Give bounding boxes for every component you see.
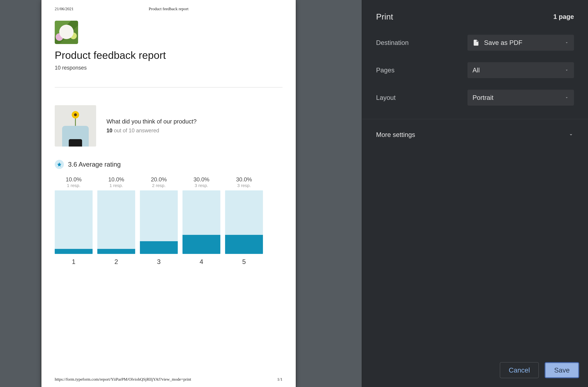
- more-settings-label: More settings: [376, 131, 415, 138]
- bar-resp-count: 1 resp.: [66, 183, 82, 188]
- question-text: What did you think of our product?: [106, 118, 197, 125]
- responses-count: 10 responses: [55, 65, 282, 71]
- chevron-down-icon: [568, 132, 574, 138]
- destination-select[interactable]: Save as PDF: [467, 35, 574, 51]
- destination-label: Destination: [376, 39, 409, 46]
- layout-value: Portrait: [472, 94, 494, 101]
- bar-percent: 20.0%: [151, 176, 167, 183]
- bar-label: 4: [200, 258, 203, 265]
- more-settings-toggle[interactable]: More settings: [362, 119, 588, 150]
- chevron-down-icon: [565, 94, 569, 101]
- bar-col: 10.0%1 resp.2: [97, 176, 135, 265]
- answered-rest: out of 10 answered: [112, 127, 159, 134]
- chevron-down-icon: [565, 66, 569, 74]
- page-header: 21/06/2021 Product feedback report: [42, 6, 296, 11]
- bar-label: 2: [114, 258, 118, 265]
- bar-track: [140, 190, 178, 254]
- bar-fill: [97, 249, 135, 254]
- dialog-buttons: Cancel Save: [362, 362, 588, 387]
- report-title: Product feedback report: [55, 49, 282, 61]
- chevron-down-icon: [565, 39, 569, 46]
- bar-label: 3: [157, 258, 161, 265]
- bar-track: [225, 190, 263, 254]
- footer-page-number: 1/1: [277, 377, 282, 382]
- bar-resp-count: 3 resp.: [193, 183, 210, 188]
- preview-page: 21/06/2021 Product feedback report Produ…: [42, 0, 296, 387]
- print-sidebar: Print 1 page Destination Save as PDF Pag…: [362, 0, 588, 387]
- bar-percent: 10.0%: [66, 176, 82, 183]
- pages-select[interactable]: All: [467, 62, 574, 78]
- section-divider: [55, 87, 282, 87]
- destination-value: Save as PDF: [484, 39, 522, 46]
- bar-col: 20.0%2 resp.3: [140, 176, 178, 265]
- save-button[interactable]: Save: [545, 362, 579, 378]
- bar-fill: [55, 249, 93, 254]
- page-footer: https://form.typeform.com/report/YiiParP…: [42, 377, 296, 382]
- bar-col: 30.0%3 resp.4: [183, 176, 220, 265]
- question-image: [55, 105, 96, 147]
- print-preview-pane: 21/06/2021 Product feedback report Produ…: [0, 0, 362, 387]
- bar-col: 30.0%3 resp.5: [225, 176, 263, 265]
- bar-resp-count: 3 resp.: [236, 183, 252, 188]
- bar-track: [183, 190, 220, 254]
- bar-resp-count: 1 resp.: [108, 183, 124, 188]
- sidebar-title: Print: [376, 12, 393, 21]
- star-icon: [55, 160, 64, 169]
- average-rating-row: 3.6 Average rating: [55, 160, 282, 169]
- pages-label: Pages: [376, 66, 395, 74]
- pages-value: All: [472, 66, 480, 74]
- page-count: 1 page: [553, 13, 574, 20]
- bar-label: 1: [72, 258, 75, 265]
- rating-bar-chart: 10.0%1 resp.110.0%1 resp.220.0%2 resp.33…: [55, 176, 282, 265]
- report-logo: [55, 21, 78, 44]
- bar-track: [55, 190, 93, 254]
- layout-select[interactable]: Portrait: [467, 90, 574, 106]
- bar-fill: [183, 235, 220, 254]
- bar-fill: [225, 235, 263, 254]
- bar-percent: 30.0%: [236, 176, 252, 183]
- answered-line: 10 out of 10 answered: [106, 127, 197, 134]
- bar-resp-count: 2 resp.: [151, 183, 167, 188]
- bar-col: 10.0%1 resp.1: [55, 176, 93, 265]
- bar-percent: 10.0%: [108, 176, 124, 183]
- pdf-icon: [472, 39, 480, 46]
- layout-label: Layout: [376, 94, 396, 101]
- bar-track: [97, 190, 135, 254]
- cancel-button[interactable]: Cancel: [500, 362, 539, 378]
- header-title: Product feedback report: [42, 6, 296, 11]
- bar-fill: [140, 241, 178, 254]
- question-block: What did you think of our product? 10 ou…: [55, 105, 282, 147]
- footer-url: https://form.typeform.com/report/YiiParP…: [55, 377, 191, 382]
- average-rating-text: 3.6 Average rating: [68, 161, 121, 168]
- answered-count: 10: [106, 127, 112, 134]
- bar-label: 5: [242, 258, 246, 265]
- bar-percent: 30.0%: [193, 176, 210, 183]
